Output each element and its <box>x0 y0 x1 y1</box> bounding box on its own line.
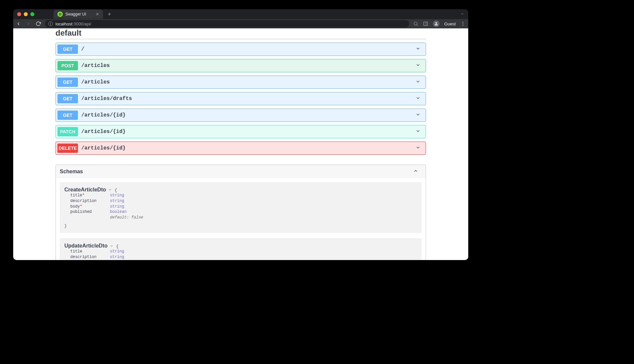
schema-prop-row: title*string <box>64 193 417 198</box>
endpoint-path: /articles/{id} <box>81 145 125 151</box>
prop-type: string <box>110 249 124 254</box>
svg-line-1 <box>417 25 418 26</box>
chevron-down-icon <box>415 112 421 118</box>
prop-name: body* <box>70 204 110 210</box>
endpoint-path: /articles <box>81 79 110 85</box>
method-badge: GET <box>57 78 78 87</box>
chevron-down-icon <box>415 128 421 135</box>
prop-name: title* <box>70 193 110 198</box>
endpoint-path: / <box>81 46 85 52</box>
opblock-get-0[interactable]: GET/ <box>55 43 426 56</box>
swagger-favicon-icon: ⦿ <box>57 12 63 17</box>
url-host: localhost <box>55 21 72 26</box>
method-badge: POST <box>57 61 78 70</box>
method-badge: GET <box>57 111 78 120</box>
prop-name: published <box>70 209 110 215</box>
method-badge: GET <box>57 94 78 103</box>
prop-name: title <box>70 249 110 254</box>
schema-default-row: default: false <box>64 215 417 220</box>
prop-type: string <box>110 204 124 210</box>
tabstrip: ⦿ Swagger UI ✕ + <box>53 10 115 19</box>
schema-prop-row: publishedboolean <box>64 209 417 215</box>
endpoint-path: /articles/drafts <box>81 96 132 102</box>
panel-icon[interactable] <box>423 21 428 26</box>
url-path: :3000/api/ <box>72 21 91 26</box>
minimize-window-icon[interactable] <box>24 12 28 16</box>
reload-button[interactable] <box>36 21 41 26</box>
endpoint-path: /articles <box>81 63 110 69</box>
chevron-down-icon <box>415 62 421 69</box>
close-brace: } <box>64 220 417 228</box>
close-window-icon[interactable] <box>17 12 21 16</box>
svg-point-6 <box>463 25 464 26</box>
svg-point-0 <box>414 22 417 25</box>
prop-type: boolean <box>110 209 126 215</box>
opblock-delete-6[interactable]: DELETE/articles/{id} <box>55 142 426 155</box>
chevron-down-icon <box>415 95 421 102</box>
tag-header[interactable]: default <box>55 28 426 39</box>
svg-point-4 <box>463 22 464 23</box>
prop-default: default: false <box>70 215 143 220</box>
opblock-get-4[interactable]: GET/articles/{id} <box>55 109 426 122</box>
schema-prop-row: descriptionstring <box>64 254 417 260</box>
endpoint-path: /articles/{id} <box>81 112 125 118</box>
schema-CreateArticleDto: CreateArticleDto {title*stringdescriptio… <box>60 182 422 233</box>
prop-type: string <box>110 198 124 204</box>
schema-name[interactable]: UpdateArticleDto <box>64 243 114 249</box>
browser-tab[interactable]: ⦿ Swagger UI ✕ <box>53 10 103 19</box>
chevron-down-icon <box>415 46 421 52</box>
method-badge: PATCH <box>57 127 78 136</box>
new-tab-button[interactable]: + <box>104 11 115 18</box>
browser-window: ⦿ Swagger UI ✕ + i localhost:3000/api/ <box>13 9 468 260</box>
open-brace: { <box>115 188 117 193</box>
prop-type: string <box>110 254 124 260</box>
method-badge: GET <box>57 45 78 54</box>
forward-button[interactable] <box>26 21 31 26</box>
required-indicator: * <box>80 204 82 209</box>
browser-menu-icon[interactable] <box>460 21 466 26</box>
open-brace: { <box>116 244 119 249</box>
guest-avatar-icon[interactable] <box>433 20 440 27</box>
schema-prop-row: titlestring <box>64 249 417 254</box>
opblock-post-1[interactable]: POST/articles <box>55 59 426 72</box>
opblock-get-2[interactable]: GET/articles <box>55 76 426 89</box>
tab-close-icon[interactable]: ✕ <box>96 12 99 17</box>
window-chevron-down-icon[interactable] <box>460 12 464 16</box>
schemas-section: Schemas CreateArticleDto {title*stringde… <box>55 165 426 260</box>
required-indicator: * <box>82 193 85 198</box>
back-button[interactable] <box>16 21 21 26</box>
titlebar: ⦿ Swagger UI ✕ + <box>13 9 468 19</box>
maximize-window-icon[interactable] <box>30 12 34 16</box>
endpoint-path: /articles/{id} <box>81 129 125 135</box>
tab-title: Swagger UI <box>65 12 86 17</box>
prop-name: description <box>70 254 110 260</box>
guest-label: Guest <box>444 21 456 26</box>
schema-name[interactable]: CreateArticleDto <box>64 187 112 193</box>
schemas-header[interactable]: Schemas <box>56 165 426 178</box>
schema-prop-row: descriptionstring <box>64 198 417 204</box>
chevron-down-icon <box>415 145 421 151</box>
prop-name: description <box>70 198 110 204</box>
opblock-get-3[interactable]: GET/articles/drafts <box>55 92 426 105</box>
address-bar[interactable]: i localhost:3000/api/ <box>45 20 409 27</box>
chevron-up-icon <box>413 168 418 175</box>
schema-prop-row: body*string <box>64 204 417 210</box>
page-content: default GET/POST/articlesGET/articlesGET… <box>13 28 468 260</box>
svg-rect-2 <box>424 22 428 26</box>
zoom-icon[interactable] <box>413 21 418 26</box>
schema-UpdateArticleDto: UpdateArticleDto {titlestringdescription… <box>60 238 422 260</box>
site-info-icon[interactable]: i <box>48 21 53 26</box>
chevron-down-icon <box>415 79 421 85</box>
opblock-patch-5[interactable]: PATCH/articles/{id} <box>55 125 426 138</box>
traffic-lights <box>17 12 34 16</box>
browser-toolbar: i localhost:3000/api/ Guest <box>13 19 468 28</box>
prop-type: string <box>110 193 124 198</box>
svg-point-5 <box>463 23 464 24</box>
schemas-title: Schemas <box>60 169 83 175</box>
method-badge: DELETE <box>57 144 78 153</box>
